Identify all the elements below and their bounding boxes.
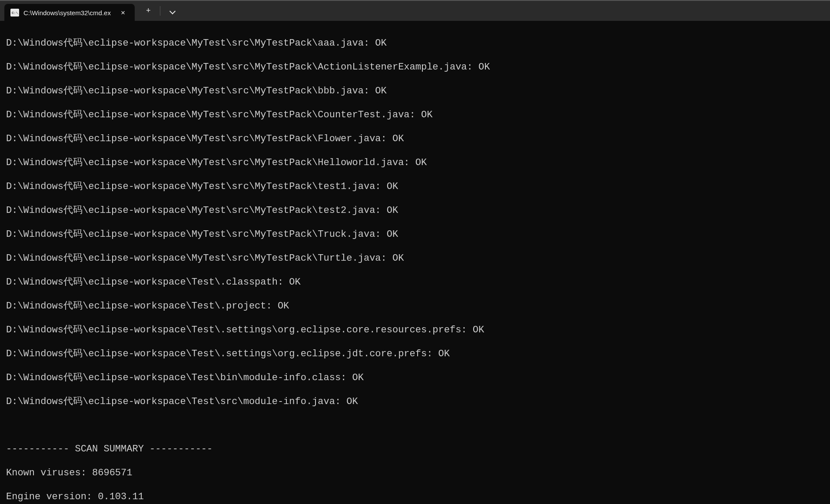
cmd-icon: C:\_ xyxy=(10,9,19,17)
close-tab-button[interactable]: ✕ xyxy=(117,7,129,19)
scan-line: D:\Windows代码\eclipse-workspace\Test\bin\… xyxy=(6,372,824,384)
scan-line: D:\Windows代码\eclipse-workspace\Test\src\… xyxy=(6,396,824,408)
tab-dropdown-button[interactable] xyxy=(163,6,181,16)
scan-line: D:\Windows代码\eclipse-workspace\MyTest\sr… xyxy=(6,252,824,265)
scan-line: D:\Windows代码\eclipse-workspace\Test\.pro… xyxy=(6,300,824,312)
blank-line xyxy=(6,420,824,431)
tab-title: C:\Windows\system32\cmd.ex xyxy=(23,9,114,17)
divider xyxy=(160,6,160,16)
scan-line: D:\Windows代码\eclipse-workspace\MyTest\sr… xyxy=(6,157,824,169)
scan-line: D:\Windows代码\eclipse-workspace\Test\.set… xyxy=(6,324,824,336)
summary-known-viruses: Known viruses: 8696571 xyxy=(6,467,824,479)
scan-line: D:\Windows代码\eclipse-workspace\MyTest\sr… xyxy=(6,205,824,217)
terminal-tab[interactable]: C:\_ C:\Windows\system32\cmd.ex ✕ xyxy=(4,4,135,21)
summary-engine-version: Engine version: 0.103.11 xyxy=(6,491,824,503)
scan-line: D:\Windows代码\eclipse-workspace\MyTest\sr… xyxy=(6,61,824,73)
scan-line: D:\Windows代码\eclipse-workspace\Test\.cla… xyxy=(6,276,824,288)
scan-line: D:\Windows代码\eclipse-workspace\MyTest\sr… xyxy=(6,133,824,145)
chevron-down-icon xyxy=(169,8,175,13)
terminal-output[interactable]: D:\Windows代码\eclipse-workspace\MyTest\sr… xyxy=(0,21,830,504)
terminal-window: C:\_ C:\Windows\system32\cmd.ex ✕ + D:\W… xyxy=(0,0,830,504)
summary-header: ----------- SCAN SUMMARY ----------- xyxy=(6,443,824,455)
scan-line: D:\Windows代码\eclipse-workspace\MyTest\sr… xyxy=(6,181,824,193)
scan-line: D:\Windows代码\eclipse-workspace\MyTest\sr… xyxy=(6,229,824,241)
scan-line: D:\Windows代码\eclipse-workspace\MyTest\sr… xyxy=(6,37,824,50)
tab-actions: + xyxy=(140,4,181,18)
scan-line: D:\Windows代码\eclipse-workspace\Test\.set… xyxy=(6,348,824,360)
scan-line: D:\Windows代码\eclipse-workspace\MyTest\sr… xyxy=(6,109,824,121)
titlebar: C:\_ C:\Windows\system32\cmd.ex ✕ + xyxy=(0,0,830,21)
scan-line: D:\Windows代码\eclipse-workspace\MyTest\sr… xyxy=(6,85,824,97)
new-tab-button[interactable]: + xyxy=(140,4,157,18)
